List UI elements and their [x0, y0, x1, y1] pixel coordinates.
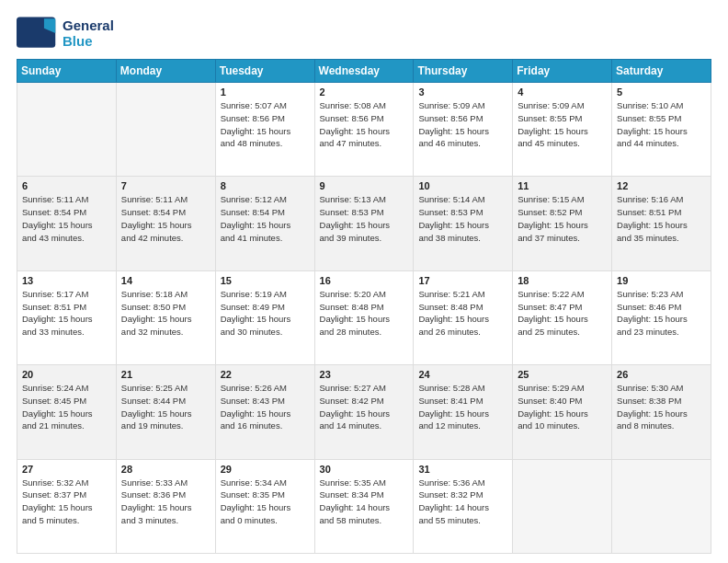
- calendar-week-row: 27Sunrise: 5:32 AMSunset: 8:37 PMDayligh…: [17, 459, 711, 553]
- cell-line: and 33 minutes.: [22, 326, 111, 339]
- cell-line: Sunset: 8:56 PM: [320, 112, 409, 125]
- day-number: 11: [518, 180, 607, 191]
- day-number: 22: [221, 369, 310, 380]
- cell-line: and 21 minutes.: [22, 419, 111, 432]
- cell-line: and 8 minutes.: [617, 419, 706, 432]
- day-number: 28: [121, 464, 210, 475]
- logo-blue: Blue: [63, 33, 114, 49]
- day-number: 19: [617, 275, 706, 286]
- cell-line: Sunset: 8:37 PM: [22, 488, 111, 501]
- cell-line: and 38 minutes.: [418, 232, 507, 245]
- calendar-cell: 3Sunrise: 5:09 AMSunset: 8:56 PMDaylight…: [414, 83, 513, 177]
- calendar-header-row: SundayMondayTuesdayWednesdayThursdayFrid…: [17, 60, 711, 83]
- calendar-cell: 12Sunrise: 5:16 AMSunset: 8:51 PMDayligh…: [612, 177, 711, 270]
- cell-line: Daylight: 15 hours: [617, 125, 706, 138]
- day-number: 25: [518, 369, 607, 380]
- cell-line: Sunset: 8:51 PM: [22, 301, 111, 314]
- cell-line: Sunset: 8:36 PM: [121, 488, 210, 501]
- cell-line: Daylight: 15 hours: [22, 501, 111, 514]
- day-number: 12: [617, 180, 706, 191]
- cell-line: Sunrise: 5:21 AM: [418, 288, 507, 301]
- calendar-cell: 23Sunrise: 5:27 AMSunset: 8:42 PMDayligh…: [314, 365, 414, 459]
- cell-line: Sunset: 8:54 PM: [121, 206, 210, 219]
- day-number: 17: [418, 275, 507, 286]
- calendar-cell: [513, 459, 612, 553]
- calendar-cell: 5Sunrise: 5:10 AMSunset: 8:55 PMDaylight…: [612, 83, 711, 177]
- calendar-cell: 29Sunrise: 5:34 AMSunset: 8:35 PMDayligh…: [215, 459, 314, 553]
- cell-line: Sunrise: 5:35 AM: [320, 477, 409, 489]
- calendar-header-sunday: Sunday: [17, 60, 117, 83]
- day-number: 20: [22, 369, 111, 380]
- cell-line: Sunrise: 5:26 AM: [221, 382, 310, 395]
- header: General Blue: [17, 17, 711, 50]
- calendar-cell: [116, 83, 215, 177]
- cell-line: Sunset: 8:54 PM: [22, 206, 111, 219]
- day-number: 9: [320, 180, 409, 191]
- cell-line: Sunset: 8:53 PM: [320, 206, 409, 219]
- cell-line: Sunrise: 5:16 AM: [617, 193, 706, 206]
- cell-line: and 41 minutes.: [221, 232, 310, 245]
- day-number: 18: [518, 275, 607, 286]
- cell-line: and 42 minutes.: [121, 232, 210, 245]
- cell-line: Daylight: 15 hours: [518, 125, 607, 138]
- calendar-cell: 25Sunrise: 5:29 AMSunset: 8:40 PMDayligh…: [513, 365, 612, 459]
- cell-line: Sunset: 8:40 PM: [518, 395, 607, 408]
- page: General Blue SundayMondayTuesdayWednesda…: [0, 0, 728, 563]
- day-number: 16: [320, 275, 409, 286]
- logo-text-block: General Blue: [63, 17, 114, 49]
- cell-line: Sunset: 8:52 PM: [518, 206, 607, 219]
- cell-line: Sunset: 8:41 PM: [418, 395, 507, 408]
- calendar-cell: 11Sunrise: 5:15 AMSunset: 8:52 PMDayligh…: [513, 177, 612, 270]
- calendar-week-row: 1Sunrise: 5:07 AMSunset: 8:56 PMDaylight…: [17, 83, 711, 177]
- cell-line: Daylight: 14 hours: [320, 501, 409, 514]
- calendar-header-wednesday: Wednesday: [314, 60, 414, 83]
- cell-line: Sunset: 8:47 PM: [518, 301, 607, 314]
- calendar-week-row: 13Sunrise: 5:17 AMSunset: 8:51 PMDayligh…: [17, 270, 711, 364]
- cell-line: Daylight: 15 hours: [221, 408, 310, 420]
- cell-line: and 39 minutes.: [320, 232, 409, 245]
- day-number: 3: [418, 86, 507, 98]
- cell-line: and 0 minutes.: [221, 514, 310, 527]
- calendar-cell: 19Sunrise: 5:23 AMSunset: 8:46 PMDayligh…: [612, 270, 711, 364]
- cell-line: Sunset: 8:44 PM: [121, 395, 210, 408]
- day-number: 1: [221, 86, 310, 98]
- calendar-cell: 1Sunrise: 5:07 AMSunset: 8:56 PMDaylight…: [215, 83, 314, 177]
- cell-line: and 35 minutes.: [617, 232, 706, 245]
- cell-line: and 25 minutes.: [518, 326, 607, 339]
- cell-line: Sunset: 8:54 PM: [221, 206, 310, 219]
- cell-line: Sunset: 8:53 PM: [418, 206, 507, 219]
- cell-line: and 10 minutes.: [518, 419, 607, 432]
- cell-line: Daylight: 15 hours: [22, 313, 111, 326]
- calendar-cell: 17Sunrise: 5:21 AMSunset: 8:48 PMDayligh…: [414, 270, 513, 364]
- calendar-header-friday: Friday: [513, 60, 612, 83]
- cell-line: Sunrise: 5:28 AM: [418, 382, 507, 395]
- calendar-cell: 18Sunrise: 5:22 AMSunset: 8:47 PMDayligh…: [513, 270, 612, 364]
- cell-line: and 32 minutes.: [121, 326, 210, 339]
- logo: General Blue: [17, 17, 114, 50]
- cell-line: Sunset: 8:35 PM: [221, 488, 310, 501]
- day-number: 10: [418, 180, 507, 191]
- cell-line: Sunset: 8:56 PM: [418, 112, 507, 125]
- cell-line: Sunrise: 5:20 AM: [320, 288, 409, 301]
- cell-line: Sunrise: 5:24 AM: [22, 382, 111, 395]
- cell-line: Daylight: 15 hours: [22, 408, 111, 420]
- cell-line: and 12 minutes.: [418, 419, 507, 432]
- cell-line: and 55 minutes.: [418, 514, 507, 527]
- calendar-cell: 21Sunrise: 5:25 AMSunset: 8:44 PMDayligh…: [116, 365, 215, 459]
- day-number: 24: [418, 369, 507, 380]
- calendar-cell: 6Sunrise: 5:11 AMSunset: 8:54 PMDaylight…: [17, 177, 117, 270]
- cell-line: Sunset: 8:55 PM: [617, 112, 706, 125]
- cell-line: and 58 minutes.: [320, 514, 409, 527]
- day-number: 27: [22, 464, 111, 475]
- cell-line: and 47 minutes.: [320, 137, 409, 150]
- cell-line: Sunrise: 5:27 AM: [320, 382, 409, 395]
- cell-line: Daylight: 15 hours: [22, 219, 111, 232]
- calendar-cell: 15Sunrise: 5:19 AMSunset: 8:49 PMDayligh…: [215, 270, 314, 364]
- cell-line: Daylight: 15 hours: [121, 501, 210, 514]
- calendar-cell: 7Sunrise: 5:11 AMSunset: 8:54 PMDaylight…: [116, 177, 215, 270]
- cell-line: Daylight: 15 hours: [221, 125, 310, 138]
- cell-line: Sunrise: 5:25 AM: [121, 382, 210, 395]
- calendar-cell: 24Sunrise: 5:28 AMSunset: 8:41 PMDayligh…: [414, 365, 513, 459]
- cell-line: Sunrise: 5:11 AM: [22, 193, 111, 206]
- calendar-header-thursday: Thursday: [414, 60, 513, 83]
